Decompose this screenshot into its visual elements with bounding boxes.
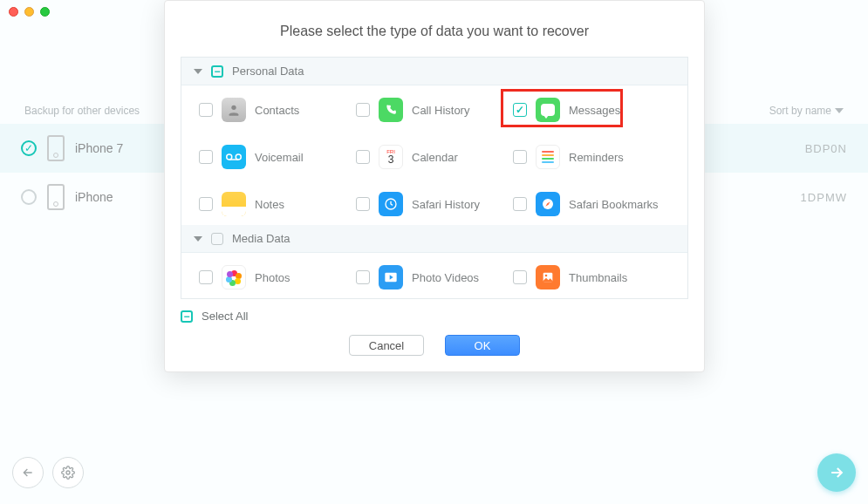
checkbox-icon[interactable]	[199, 150, 213, 164]
option-label: Safari Bookmarks	[569, 198, 659, 211]
checkbox-icon[interactable]	[513, 197, 527, 211]
radio-checked-icon[interactable]	[21, 140, 37, 156]
checkbox-icon[interactable]	[199, 103, 213, 117]
checkbox-icon[interactable]	[199, 197, 213, 211]
backup-list-title: Backup for other devices	[24, 105, 140, 117]
option-label: Reminders	[569, 151, 624, 164]
settings-button[interactable]	[52, 457, 84, 488]
option-calendar[interactable]: FRI3 Calendar	[356, 145, 513, 169]
thumbnails-icon	[536, 265, 560, 289]
checkbox-checked-icon[interactable]	[513, 103, 527, 117]
option-call-history[interactable]: Call History	[356, 98, 513, 122]
option-photos[interactable]: Photos	[199, 265, 356, 289]
phone-icon	[47, 184, 65, 210]
option-photo-videos[interactable]: Photo Videos	[356, 265, 513, 289]
select-all-row[interactable]: − Select All	[165, 299, 704, 326]
reminders-icon	[536, 145, 560, 169]
checkbox-icon[interactable]	[211, 233, 223, 245]
phone-call-icon	[379, 98, 403, 122]
svg-point-0	[66, 471, 70, 474]
option-label: Photo Videos	[412, 271, 479, 284]
messages-icon	[536, 98, 560, 122]
option-label: Notes	[255, 198, 284, 211]
window-traffic-lights	[9, 7, 50, 17]
section-header-personal[interactable]: − Personal Data	[181, 58, 687, 85]
checkbox-icon[interactable]	[356, 197, 370, 211]
arrow-right-icon	[828, 464, 845, 481]
svg-point-9	[545, 275, 548, 277]
option-label: Contacts	[255, 104, 299, 117]
option-safari-history[interactable]: Safari History	[356, 192, 513, 216]
device-id: BDP0N	[805, 142, 847, 155]
svg-point-1	[231, 106, 236, 110]
indeterminate-checkbox-icon[interactable]: −	[211, 65, 223, 78]
chevron-down-icon	[194, 236, 202, 242]
safari-bookmarks-icon	[536, 192, 560, 216]
option-label: Messages	[569, 104, 620, 117]
option-safari-bookmarks[interactable]: Safari Bookmarks	[513, 192, 670, 216]
option-reminders[interactable]: Reminders	[513, 145, 670, 169]
option-messages[interactable]: Messages	[513, 98, 670, 122]
option-label: Safari History	[412, 198, 480, 211]
section-title: Media Data	[232, 232, 290, 245]
gear-icon	[61, 466, 75, 480]
checkbox-icon[interactable]	[513, 150, 527, 164]
chevron-down-icon	[835, 108, 844, 113]
back-button[interactable]	[12, 457, 44, 488]
option-label: Call History	[412, 104, 469, 117]
option-contacts[interactable]: Contacts	[199, 98, 356, 122]
sort-dropdown[interactable]: Sort by name	[769, 105, 844, 117]
checkbox-icon[interactable]	[356, 270, 370, 284]
bottom-bar	[12, 453, 856, 492]
safari-history-icon	[379, 192, 403, 216]
close-icon[interactable]	[9, 7, 18, 17]
svg-point-3	[236, 154, 241, 160]
svg-point-2	[227, 154, 232, 160]
notes-icon	[222, 192, 246, 216]
select-all-label: Select All	[202, 310, 248, 323]
section-header-media[interactable]: Media Data	[181, 225, 687, 253]
radio-unchecked-icon[interactable]	[21, 189, 37, 205]
minimize-icon[interactable]	[24, 7, 34, 17]
option-label: Photos	[255, 271, 290, 284]
media-data-grid: Photos Photo Videos Thumbnails	[181, 253, 687, 298]
data-type-list: − Personal Data Contacts Call History	[181, 57, 688, 299]
voicemail-icon	[222, 145, 246, 169]
option-notes[interactable]: Notes	[199, 192, 356, 216]
option-thumbnails[interactable]: Thumbnails	[513, 265, 670, 289]
ok-button[interactable]: OK	[445, 335, 520, 356]
maximize-icon[interactable]	[40, 7, 50, 17]
checkbox-icon[interactable]	[513, 270, 527, 284]
contacts-icon	[222, 98, 246, 122]
modal-buttons: Cancel OK	[165, 326, 704, 356]
device-id: 1DPMW	[801, 191, 847, 204]
sort-label: Sort by name	[769, 105, 831, 117]
calendar-icon: FRI3	[379, 145, 403, 169]
cancel-button[interactable]: Cancel	[349, 335, 424, 356]
checkbox-icon[interactable]	[199, 270, 213, 284]
next-button[interactable]	[817, 453, 856, 492]
data-type-modal: Please select the type of data you want …	[164, 0, 705, 372]
indeterminate-checkbox-icon[interactable]: −	[181, 310, 193, 323]
chevron-down-icon	[194, 69, 202, 74]
photo-videos-icon	[379, 265, 403, 289]
option-label: Voicemail	[255, 151, 304, 164]
photos-icon	[222, 265, 246, 289]
modal-title: Please select the type of data you want …	[165, 17, 704, 57]
option-label: Thumbnails	[569, 271, 627, 284]
arrow-left-icon	[21, 466, 35, 480]
section-title: Personal Data	[232, 65, 304, 78]
checkbox-icon[interactable]	[356, 103, 370, 117]
personal-data-grid: Contacts Call History Messages	[181, 85, 687, 225]
phone-icon	[47, 135, 65, 161]
option-label: Calendar	[412, 151, 458, 164]
checkbox-icon[interactable]	[356, 150, 370, 164]
option-voicemail[interactable]: Voicemail	[199, 145, 356, 169]
